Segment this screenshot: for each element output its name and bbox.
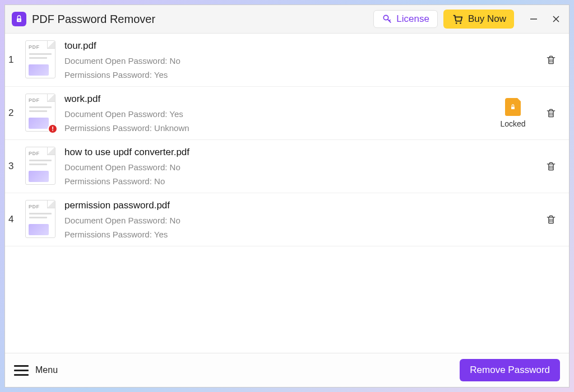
file-row[interactable]: 3PDFhow to use updf converter.pdfDocumen… bbox=[5, 140, 569, 193]
doc-password-status: Document Open Password: No bbox=[64, 216, 488, 225]
pdf-thumbnail: PDF! bbox=[25, 94, 57, 133]
alert-icon: ! bbox=[48, 124, 58, 134]
key-icon bbox=[382, 13, 393, 25]
buy-label: Buy Now bbox=[468, 13, 506, 25]
pdf-badge-icon: PDF bbox=[29, 151, 40, 156]
pdf-badge-icon: PDF bbox=[29, 44, 40, 50]
svg-rect-8 bbox=[511, 106, 515, 109]
file-info: how to use updf converter.pdfDocument Op… bbox=[64, 147, 488, 186]
license-label: License bbox=[396, 13, 429, 25]
pdf-thumbnail: PDF bbox=[25, 147, 57, 186]
row-index: 2 bbox=[8, 108, 17, 119]
file-row[interactable]: 2PDF!work.pdfDocument Open Password: Yes… bbox=[5, 87, 569, 140]
delete-button[interactable] bbox=[543, 105, 559, 121]
locked-label: Locked bbox=[500, 119, 525, 128]
file-info: tour.pdfDocument Open Password: NoPermis… bbox=[64, 40, 488, 80]
lock-icon bbox=[505, 98, 521, 116]
pdf-badge-icon: PDF bbox=[29, 204, 40, 209]
file-row[interactable]: 1PDFtour.pdfDocument Open Password: NoPe… bbox=[5, 34, 569, 87]
file-info: permission password.pdfDocument Open Pas… bbox=[64, 200, 488, 239]
minimize-button[interactable] bbox=[527, 13, 540, 25]
cart-icon bbox=[451, 13, 464, 25]
doc-password-status: Document Open Password: No bbox=[64, 56, 488, 66]
footer-bar: Menu Remove Password bbox=[5, 353, 569, 387]
hamburger-icon bbox=[14, 365, 29, 376]
doc-password-status: Document Open Password: No bbox=[64, 162, 488, 172]
doc-password-status: Document Open Password: Yes bbox=[64, 109, 488, 119]
file-name: work.pdf bbox=[64, 94, 488, 105]
file-name: how to use updf converter.pdf bbox=[64, 147, 488, 158]
file-row[interactable]: 4PDFpermission password.pdfDocument Open… bbox=[5, 193, 569, 246]
file-name: permission password.pdf bbox=[64, 200, 488, 211]
menu-button[interactable]: Menu bbox=[14, 365, 58, 376]
file-name: tour.pdf bbox=[64, 40, 488, 52]
delete-button[interactable] bbox=[543, 212, 559, 227]
close-button[interactable] bbox=[550, 13, 562, 25]
perm-password-status: Permissions Password: No bbox=[64, 176, 488, 186]
app-window: PDF Password Remover License Buy Now 1PD… bbox=[4, 4, 570, 388]
file-info: work.pdfDocument Open Password: YesPermi… bbox=[64, 94, 488, 133]
delete-button[interactable] bbox=[543, 52, 559, 68]
svg-point-4 bbox=[460, 22, 461, 24]
row-index: 4 bbox=[8, 214, 17, 225]
perm-password-status: Permissions Password: Unknown bbox=[64, 123, 488, 133]
close-icon bbox=[552, 15, 560, 23]
app-logo-icon bbox=[12, 12, 26, 26]
perm-password-status: Permissions Password: Yes bbox=[64, 70, 488, 80]
row-index: 1 bbox=[8, 54, 17, 66]
svg-point-1 bbox=[18, 20, 20, 21]
buy-now-button[interactable]: Buy Now bbox=[443, 10, 514, 29]
app-title: PDF Password Remover bbox=[32, 13, 155, 26]
file-list: 1PDFtour.pdfDocument Open Password: NoPe… bbox=[5, 34, 569, 353]
delete-button[interactable] bbox=[543, 158, 559, 174]
window-controls bbox=[527, 13, 562, 25]
perm-password-status: Permissions Password: Yes bbox=[64, 230, 488, 239]
pdf-thumbnail: PDF bbox=[25, 40, 57, 80]
locked-status: Locked bbox=[496, 98, 530, 128]
row-index: 3 bbox=[8, 161, 17, 172]
menu-label: Menu bbox=[35, 365, 58, 375]
remove-password-button[interactable]: Remove Password bbox=[460, 359, 560, 381]
titlebar: PDF Password Remover License Buy Now bbox=[5, 5, 569, 34]
pdf-thumbnail: PDF bbox=[25, 200, 57, 239]
svg-point-3 bbox=[456, 22, 457, 24]
license-button[interactable]: License bbox=[373, 10, 438, 28]
minimize-icon bbox=[530, 15, 538, 23]
pdf-badge-icon: PDF bbox=[29, 97, 40, 103]
